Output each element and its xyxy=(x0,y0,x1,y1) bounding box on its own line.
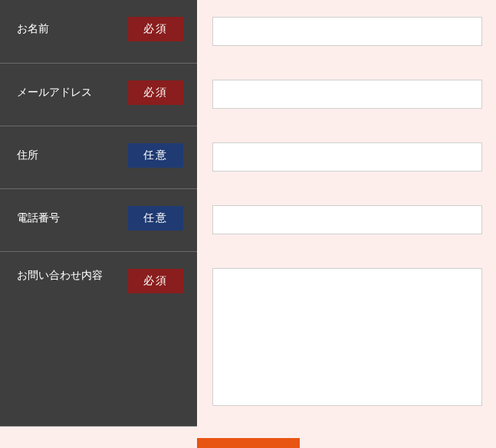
field-label: 住所 xyxy=(17,149,38,162)
required-badge: 必須 xyxy=(128,17,183,41)
email-input[interactable] xyxy=(212,80,482,109)
field-label: メールアドレス xyxy=(17,86,92,100)
field-label-cell: メールアドレス 必須 xyxy=(0,63,197,126)
required-badge: 必須 xyxy=(128,269,183,293)
field-row-email: メールアドレス 必須 xyxy=(0,63,496,126)
address-input[interactable] xyxy=(212,142,482,172)
field-row-message: お問い合わせ内容 必須 xyxy=(0,251,496,426)
contact-form: お名前 必須 メールアドレス 必須 住所 xyxy=(0,0,496,448)
field-label: 電話番号 xyxy=(17,211,60,225)
field-label-cell: お問い合わせ内容 必須 xyxy=(0,251,197,426)
field-input-cell xyxy=(197,126,496,188)
field-input-cell xyxy=(197,188,496,251)
submit-area: 送信 xyxy=(0,427,496,449)
message-textarea[interactable] xyxy=(212,268,482,406)
required-badge: 必須 xyxy=(128,80,183,105)
form-table: お名前 必須 メールアドレス 必須 住所 xyxy=(0,0,496,427)
field-label: お名前 xyxy=(17,22,49,36)
field-input-cell xyxy=(197,63,496,126)
field-row-name: お名前 必須 xyxy=(0,0,496,63)
submit-button[interactable]: 送信 xyxy=(197,438,300,449)
name-input[interactable] xyxy=(212,17,482,46)
field-row-phone: 電話番号 任意 xyxy=(0,188,496,251)
phone-input[interactable] xyxy=(212,205,482,234)
field-label-cell: お名前 必須 xyxy=(0,0,197,63)
field-label: お問い合わせ内容 xyxy=(17,269,103,283)
field-label-cell: 電話番号 任意 xyxy=(0,188,197,251)
optional-badge: 任意 xyxy=(128,143,183,168)
optional-badge: 任意 xyxy=(128,206,183,231)
field-input-cell xyxy=(197,0,496,63)
field-row-address: 住所 任意 xyxy=(0,126,496,188)
field-input-cell xyxy=(197,251,496,426)
field-label-cell: 住所 任意 xyxy=(0,126,197,188)
